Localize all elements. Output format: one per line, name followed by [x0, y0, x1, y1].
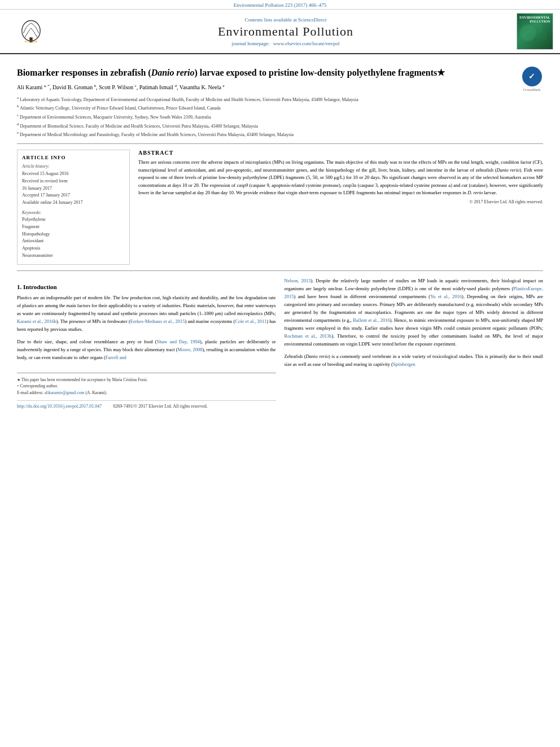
crossmark-area: ✓ CrossMark	[520, 67, 543, 92]
elsevier-tree-icon: ELSEVIER	[14, 18, 48, 43]
title-text-area: Biomarker responses in zebrafish (Danio …	[17, 67, 515, 139]
journal-thumbnail: ENVIRONMENTAL POLLUTION	[515, 13, 554, 50]
date-revised-label: Received in revised form	[22, 178, 125, 185]
footnote-corresponding: * Corresponding author.	[17, 383, 276, 390]
abstract-copyright: © 2017 Elsevier Ltd. All rights reserved…	[138, 199, 543, 204]
journal-center: Contents lists available at ScienceDirec…	[56, 17, 515, 46]
footnote-email: E-mail address: alikaramiv@gmail.com (A.…	[17, 390, 276, 396]
keyword-3: Histopathology	[22, 231, 125, 238]
keyword-1: Polyethylene	[22, 216, 125, 224]
left-column: ARTICLE INFO Article history: Received 1…	[17, 150, 130, 265]
article-title-section: Biomarker responses in zebrafish (Danio …	[17, 60, 543, 144]
date-accepted: Accepted 17 January 2017	[22, 192, 125, 199]
ref-farrell[interactable]: Farrell and	[106, 355, 126, 360]
article-dates: Received 15 August 2016 Received in revi…	[22, 171, 125, 207]
date-received: Received 15 August 2016	[22, 171, 125, 178]
intro-right-para-2: Zebrafish (Danio rerio) is a commonly us…	[285, 352, 544, 368]
science-direct-link[interactable]: ScienceDirect	[298, 17, 326, 23]
issn-text: 0269-7491/© 2017 Elsevier Ltd. All right…	[113, 403, 207, 410]
ref-rochman2013b[interactable]: Rochman et al., 2013b	[285, 333, 332, 339]
journal-name: Environmental Pollution	[56, 24, 515, 39]
date-revised: 16 January 2017	[22, 185, 125, 193]
elsevier-logo-area: ELSEVIER	[6, 18, 56, 45]
affiliations: a Laboratory of Aquatic Toxicology, Depa…	[17, 95, 515, 138]
right-column: ABSTRACT There are serious concerns over…	[138, 150, 543, 265]
introduction-header: 1. Introduction	[17, 283, 276, 290]
intro-para-2: Due to their size, shape, and colour res…	[17, 338, 276, 361]
keyword-4: Antioxidant	[22, 238, 125, 245]
ref-eerkes2015[interactable]: Eerkes-Medrano et al., 2015	[130, 318, 185, 324]
svg-text:ELSEVIER: ELSEVIER	[25, 40, 38, 43]
affiliation-a: a Laboratory of Aquatic Toxicology, Depa…	[17, 95, 515, 103]
journal-cover-thumb: ENVIRONMENTAL POLLUTION	[517, 13, 553, 50]
svg-point-5	[536, 30, 546, 41]
ref-karami2016b[interactable]: Karami et al., 2016b	[17, 318, 56, 324]
affiliation-e: e Department of Medical Microbiology and…	[17, 130, 515, 138]
keyword-2: Fragment	[22, 224, 125, 231]
article-body: Biomarker responses in zebrafish (Danio …	[0, 54, 560, 416]
ref-shaw1994[interactable]: Shaw and Day, 1994	[157, 339, 200, 344]
science-direct-text: Contents lists available at ScienceDirec…	[56, 17, 515, 23]
crossmark-label: CrossMark	[523, 88, 540, 92]
article-authors: Ali Karami a, *, David B. Groman b, Scot…	[17, 82, 515, 91]
date-online: Available online 24 January 2017	[22, 199, 125, 207]
article-info-box: ARTICLE INFO Article history: Received 1…	[17, 150, 130, 265]
body-right-col: Nelson, 2013). Despite the relatively la…	[285, 277, 544, 410]
keyword-6: Neurotransmitter	[22, 252, 125, 260]
intro-para-1: Plastics are an indispensable part of mo…	[17, 294, 276, 333]
journal-homepage: journal homepage: www.elsevier.com/locat…	[56, 41, 515, 46]
article-main-title: Biomarker responses in zebrafish (Danio …	[17, 67, 515, 79]
affiliation-c: c Department of Environmental Sciences, …	[17, 112, 515, 121]
introduction-section: 1. Introduction Plastics are an indispen…	[17, 270, 543, 410]
ref-spitsbergen[interactable]: Spitsbergen	[393, 361, 415, 367]
ref-moore2008[interactable]: Moore, 2008	[178, 347, 203, 352]
ref-cole2011[interactable]: Cole et al., 2011	[235, 318, 266, 324]
abstract-section: ABSTRACT There are serious concerns over…	[138, 150, 543, 204]
footnote-section: ★ This paper has been recommended for ac…	[17, 373, 276, 410]
body-left-col: 1. Introduction Plastics are an indispen…	[17, 277, 276, 410]
keywords-label: Keywords:	[22, 210, 125, 215]
journal-citation: Environmental Pollution 223 (2017) 466–4…	[234, 2, 327, 8]
intro-right-para-1: Nelson, 2013). Despite the relatively la…	[285, 277, 544, 348]
article-info-abstract-row: ARTICLE INFO Article history: Received 1…	[17, 150, 543, 265]
abstract-header: ABSTRACT	[138, 150, 543, 156]
abstract-text: There are serious concerns over the adve…	[138, 159, 543, 197]
doi-link[interactable]: http://dx.doi.org/10.1016/j.envpol.2017.…	[17, 403, 102, 410]
ref-yu2016[interactable]: Yu et al., 2016	[430, 294, 462, 299]
keyword-5: Apoptosis	[22, 245, 125, 252]
affiliation-d: d Department of Biomedical Science, Facu…	[17, 121, 515, 130]
email-link[interactable]: alikaramiv@gmail.com	[45, 390, 85, 395]
ref-ballent2016[interactable]: Ballent et al., 2016	[353, 317, 390, 323]
footnote-star: ★ This paper has been recommended for ac…	[17, 377, 276, 383]
affiliation-b: b Atlantic Veterinary College, Universit…	[17, 103, 515, 112]
journal-top-bar: Environmental Pollution 223 (2017) 466–4…	[0, 0, 560, 10]
journal-homepage-link[interactable]: www.elsevier.com/locate/envpol	[273, 41, 339, 46]
ref-nelson2013[interactable]: Nelson, 2013	[285, 278, 311, 283]
history-label: Article history:	[22, 164, 125, 169]
footer-bar: http://dx.doi.org/10.1016/j.envpol.2017.…	[17, 400, 276, 410]
article-info-header: ARTICLE INFO	[22, 155, 125, 160]
cover-decoration	[517, 14, 553, 49]
keywords-list: Polyethylene Fragment Histopathology Ant…	[22, 216, 125, 260]
elsevier-logo: ELSEVIER	[6, 18, 56, 45]
crossmark-icon: ✓	[522, 67, 542, 86]
journal-header: ELSEVIER Contents lists available at Sci…	[0, 10, 560, 54]
ref-plasticseurope[interactable]: PlasticsEurope, 2015	[285, 286, 544, 299]
